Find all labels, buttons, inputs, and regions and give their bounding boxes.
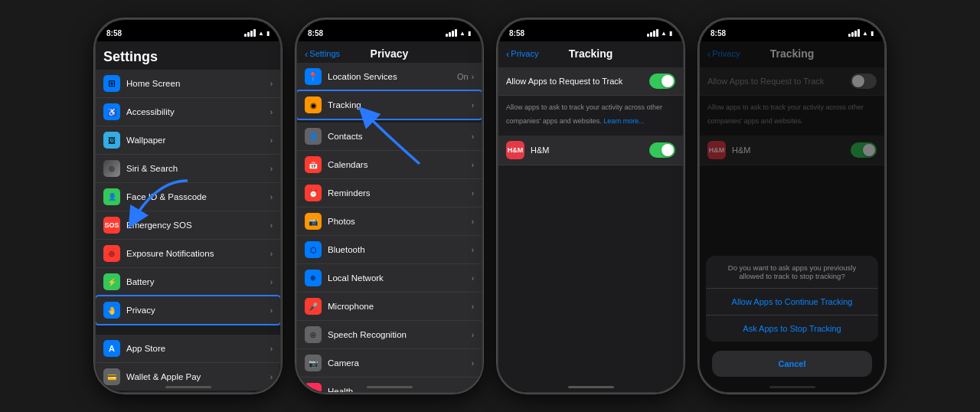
signal-icon4 [848, 29, 860, 37]
list-item[interactable]: ◎Speech Recognition› [297, 321, 482, 349]
phone1-wrapper: 8:58 ▲ ▮ Settings ⊞ Home Screen › [94, 18, 282, 394]
dialog-message: Do you want to ask apps you previously a… [706, 256, 878, 289]
chevron-icon: › [270, 80, 273, 88]
hm-app-row[interactable]: H&M H&M [498, 136, 683, 165]
contacts-icon2: 👤 [305, 128, 322, 145]
privacy-nav-title: Privacy [371, 47, 409, 60]
privacy-list: 📍 Location Services On › ◉ Tracking › 👤C… [297, 63, 482, 392]
privacy-icon: 🤚 [103, 302, 120, 319]
list-item[interactable]: 🖼 Wallpaper › [96, 126, 280, 155]
chevron-icon: › [270, 373, 273, 381]
row-label: Home Screen [126, 79, 270, 88]
nav-bar2: ‹ Settings Privacy [297, 41, 482, 63]
back-arrow2: ‹ [305, 48, 308, 60]
allow-tracking-row[interactable]: Allow Apps to Request to Track [498, 67, 683, 96]
battery-icon: ⚡ [103, 273, 120, 290]
location-value: On [457, 72, 469, 81]
tracking-desc-area: Allow apps to ask to track your activity… [498, 96, 683, 132]
learn-more-link[interactable]: Learn more... [603, 117, 645, 125]
phone2-screen: ‹ Settings Privacy 📍 Location Services O… [297, 41, 482, 392]
phone4-wrapper: 8:58 ▲ ▮ ‹ Privacy Tracking Allow Apps t… [698, 18, 886, 394]
phone2-wrapper: 8:58 ▲ ▮ ‹ Settings Privacy 📍 [296, 18, 483, 394]
hm-toggle[interactable] [649, 142, 675, 158]
list-item[interactable]: 👤 Face ID & Passcode › [96, 183, 280, 211]
section2: A App Store › 💳 Wallet & Apple Pay › [96, 335, 280, 391]
list-item[interactable]: ❤Health› [297, 378, 482, 392]
list-item[interactable]: A App Store › [96, 335, 280, 363]
phone4-screen: ‹ Privacy Tracking Allow Apps to Request… [700, 41, 884, 392]
wifi-icon2: ▲ [459, 30, 466, 37]
phone3-screen: ‹ Privacy Tracking Allow Apps to Request… [498, 41, 683, 392]
time2: 8:58 [308, 29, 323, 38]
list-item[interactable]: ⏰Reminders› [297, 179, 482, 208]
notch3 [557, 20, 626, 37]
toggle-knob [662, 75, 674, 87]
location-label: Location Services [328, 72, 457, 81]
notch1 [154, 20, 223, 37]
home-indicator2 [367, 386, 413, 388]
list-item[interactable]: ◎ Siri & Search › [96, 155, 280, 183]
back-button2[interactable]: ‹ Settings [305, 48, 340, 60]
health-icon: ❤ [305, 383, 322, 392]
tracking-row[interactable]: ◉ Tracking › [297, 91, 482, 119]
back-label2: Settings [309, 49, 340, 58]
signal-icon3 [647, 29, 658, 37]
notch4 [758, 20, 827, 37]
allow-tracking-toggle[interactable] [649, 74, 675, 89]
siri-icon: ◎ [103, 160, 120, 177]
back-label3: Privacy [511, 49, 538, 58]
list-item[interactable]: 📷Photos› [297, 208, 482, 236]
list-item[interactable]: 👤Contacts› [297, 123, 482, 151]
exposure-icon: ◎ [103, 245, 120, 262]
privacy-row[interactable]: 🤚 Privacy › [96, 296, 280, 324]
chevron-icon: › [270, 136, 273, 145]
bt-icon: ⬡ [305, 241, 322, 258]
toggle-knob [662, 144, 674, 156]
ask-stop-button[interactable]: Ask Apps to Stop Tracking [706, 316, 878, 342]
section1: ⊞ Home Screen › ♿ Accessibility › 🖼 Wall… [96, 70, 280, 324]
chevron-icon: › [270, 306, 273, 315]
list-item[interactable]: ⚡ Battery › [96, 268, 280, 296]
chevron-icon: › [270, 250, 273, 258]
tracking-icon: ◉ [305, 96, 322, 113]
row-label: Siri & Search [126, 164, 270, 173]
chevron-icon: › [270, 193, 273, 201]
battery-icon4: ▮ [871, 30, 874, 37]
chevron-icon: › [472, 73, 474, 81]
wallet-icon: 💳 [103, 368, 120, 385]
chevron-icon: › [270, 221, 273, 230]
cancel-button[interactable]: Cancel [712, 351, 872, 377]
nav-bar3: ‹ Privacy Tracking [498, 41, 683, 63]
settings-title: Settings [103, 49, 158, 64]
list-item[interactable]: 📅Calendars› [297, 151, 482, 179]
phone2: 8:58 ▲ ▮ ‹ Settings Privacy 📍 [296, 18, 483, 394]
list-item[interactable]: ⊕Local Network› [297, 264, 482, 293]
sos-icon: SOS [103, 217, 120, 234]
allow-tracking-label: Allow Apps to Request to Track [506, 77, 649, 86]
location-services-row[interactable]: 📍 Location Services On › [297, 63, 482, 91]
chevron-icon: › [270, 345, 273, 353]
tracking-row-wrapper: ◉ Tracking › [297, 91, 482, 119]
list-item[interactable]: ⊞ Home Screen › [96, 70, 280, 98]
wifi-icon3: ▲ [661, 30, 667, 37]
back-arrow3: ‹ [506, 48, 509, 60]
allow-continue-button[interactable]: Allow Apps to Continue Tracking [706, 289, 878, 316]
battery-icon3: ▮ [669, 30, 672, 37]
cal-icon2: 📅 [305, 156, 322, 173]
list-item[interactable]: 🎤Microphone› [297, 293, 482, 321]
wifi-icon4: ▲ [862, 30, 868, 37]
list-item[interactable]: SOS Emergency SOS › [96, 211, 280, 240]
time4: 8:58 [710, 29, 726, 38]
list-item[interactable]: 📷Camera› [297, 349, 482, 378]
list-item[interactable]: ◎ Exposure Notifications › [96, 240, 280, 268]
phone3-wrapper: 8:58 ▲ ▮ ‹ Privacy Tracking Allow Apps t… [497, 18, 684, 394]
back-button3[interactable]: ‹ Privacy [506, 48, 538, 60]
list-item[interactable]: ♿ Accessibility › [96, 98, 280, 126]
list-item[interactable]: ⬡Bluetooth› [297, 236, 482, 264]
row-label: Exposure Notifications [126, 249, 270, 258]
hm-app-icon: H&M [506, 141, 524, 159]
accessibility-icon: ♿ [103, 103, 120, 120]
speech-icon: ◎ [305, 326, 322, 343]
time1: 8:58 [106, 29, 122, 38]
location-icon: 📍 [305, 68, 322, 85]
